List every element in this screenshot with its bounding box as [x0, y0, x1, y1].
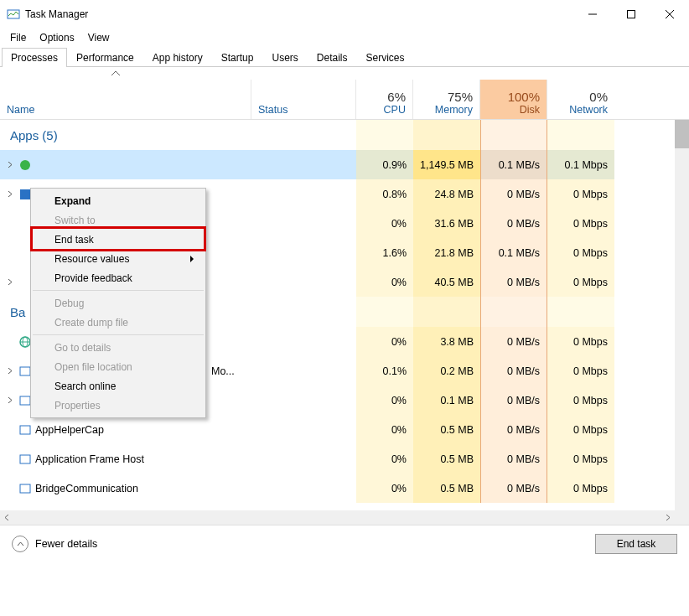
- col-cpu[interactable]: 6% CPU: [356, 80, 413, 119]
- ctx-open-location: Open file location: [31, 357, 205, 376]
- disk-label: Disk: [487, 104, 540, 116]
- table-row[interactable]: BridgeCommunication 0% 0.5 MB 0 MB/s 0 M…: [0, 474, 675, 503]
- ctx-expand[interactable]: Expand: [31, 191, 205, 210]
- horizontal-scrollbar[interactable]: [0, 510, 675, 525]
- col-name[interactable]: Name: [0, 80, 251, 119]
- expand-icon[interactable]: [3, 397, 15, 403]
- context-menu: Expand Switch to End task Resource value…: [30, 188, 206, 418]
- network-value: 0 Mbps: [547, 327, 614, 356]
- group-apps[interactable]: Apps (5): [0, 120, 675, 150]
- footer-bar: Fewer details End task: [0, 525, 689, 562]
- menu-file[interactable]: File: [3, 30, 33, 45]
- tab-services[interactable]: Services: [357, 48, 414, 67]
- tab-users[interactable]: Users: [262, 48, 307, 67]
- svg-rect-13: [20, 455, 30, 463]
- memory-value: 1,149.5 MB: [413, 150, 480, 179]
- group-apps-label: Apps (5): [3, 120, 58, 150]
- col-status-label: Status: [258, 104, 349, 116]
- ctx-search-online[interactable]: Search online: [31, 376, 205, 396]
- column-headers: Name Status 6% CPU 75% Memory 100% Disk …: [0, 80, 689, 120]
- cpu-label: CPU: [363, 104, 406, 116]
- menu-view[interactable]: View: [81, 30, 117, 45]
- process-icon: [18, 158, 32, 172]
- cpu-value: 0.8%: [356, 179, 413, 209]
- expand-icon[interactable]: [3, 191, 15, 197]
- network-label: Network: [554, 104, 608, 116]
- process-name: AppHelperCap: [35, 424, 104, 436]
- window-title: Task Manager: [25, 8, 573, 20]
- maximize-button[interactable]: [612, 1, 650, 28]
- tab-app-history[interactable]: App history: [143, 48, 212, 67]
- table-row[interactable]: Application Frame Host 0% 0.5 MB 0 MB/s …: [0, 444, 675, 474]
- expand-icon[interactable]: [3, 368, 15, 374]
- process-icon: [18, 423, 32, 437]
- expand-icon[interactable]: [3, 279, 15, 285]
- process-icon: [18, 453, 32, 466]
- memory-value: 3.8 MB: [413, 327, 480, 356]
- memory-label: Memory: [420, 104, 473, 116]
- disk-value: 0.1 MB/s: [480, 150, 547, 179]
- cpu-value: 1.6%: [356, 238, 413, 267]
- network-value: 0 Mbps: [547, 238, 614, 267]
- network-value: 0 Mbps: [547, 179, 614, 209]
- tab-processes[interactable]: Processes: [2, 48, 67, 67]
- menu-options[interactable]: Options: [33, 30, 80, 45]
- table-row[interactable]: AppHelperCap 0% 0.5 MB 0 MB/s 0 Mbps: [0, 415, 675, 444]
- cpu-value: 0.9%: [356, 150, 413, 179]
- sort-indicator: [109, 67, 122, 80]
- minimize-button[interactable]: [573, 1, 612, 28]
- cpu-percent: 6%: [363, 90, 406, 104]
- ctx-separator: [33, 290, 204, 291]
- ctx-resource-values[interactable]: Resource values: [31, 249, 205, 268]
- cpu-value: 0%: [356, 444, 413, 474]
- memory-value: 21.8 MB: [413, 238, 480, 267]
- disk-percent: 100%: [487, 90, 540, 104]
- svg-rect-0: [8, 10, 19, 18]
- table-row[interactable]: 0.9% 1,149.5 MB 0.1 MB/s 0.1 Mbps: [0, 150, 675, 179]
- tab-startup[interactable]: Startup: [212, 48, 263, 67]
- memory-value: 31.6 MB: [413, 209, 480, 238]
- ctx-switch-to: Switch to: [31, 210, 205, 230]
- memory-value: 0.1 MB: [413, 386, 480, 415]
- network-percent: 0%: [554, 90, 608, 104]
- group-background-label: Ba: [3, 297, 25, 327]
- network-value: 0 Mbps: [547, 209, 614, 238]
- close-button[interactable]: [650, 1, 689, 28]
- network-value: 0 Mbps: [547, 474, 614, 503]
- network-value: 0 Mbps: [547, 386, 614, 415]
- end-task-button[interactable]: End task: [595, 534, 677, 554]
- cpu-value: 0%: [356, 209, 413, 238]
- vertical-scrollbar[interactable]: [675, 120, 689, 525]
- disk-value: 0 MB/s: [480, 327, 547, 356]
- col-memory[interactable]: 75% Memory: [413, 80, 480, 119]
- process-icon: [18, 482, 32, 495]
- tab-performance[interactable]: Performance: [67, 48, 143, 67]
- ctx-provide-feedback[interactable]: Provide feedback: [31, 268, 205, 287]
- fewer-details-label: Fewer details: [35, 538, 97, 550]
- svg-point-5: [20, 160, 30, 170]
- scroll-right-icon[interactable]: [661, 510, 675, 525]
- svg-rect-11: [20, 396, 30, 405]
- network-value: 0 Mbps: [547, 415, 614, 444]
- disk-value: 0 MB/s: [480, 474, 547, 503]
- fewer-details-button[interactable]: Fewer details: [12, 536, 97, 552]
- col-status[interactable]: Status: [251, 80, 356, 119]
- tab-details[interactable]: Details: [308, 48, 357, 67]
- memory-percent: 75%: [420, 90, 473, 104]
- ctx-end-task[interactable]: End task: [31, 230, 205, 249]
- disk-value: 0 MB/s: [480, 386, 547, 415]
- network-value: 0 Mbps: [547, 444, 614, 474]
- scroll-left-icon[interactable]: [0, 510, 14, 525]
- process-name: Application Frame Host: [35, 453, 144, 465]
- tab-strip: Processes Performance App history Startu…: [0, 47, 689, 67]
- col-disk[interactable]: 100% Disk: [480, 80, 547, 119]
- expand-icon[interactable]: [3, 162, 15, 168]
- network-value: 0.1 Mbps: [547, 150, 614, 179]
- menu-bar: File Options View: [0, 28, 689, 47]
- cpu-value: 0.1%: [356, 356, 413, 386]
- ctx-separator: [33, 334, 204, 335]
- cpu-value: 0%: [356, 474, 413, 503]
- col-network[interactable]: 0% Network: [547, 80, 614, 119]
- svg-rect-6: [20, 189, 30, 199]
- disk-value: 0 MB/s: [480, 209, 547, 238]
